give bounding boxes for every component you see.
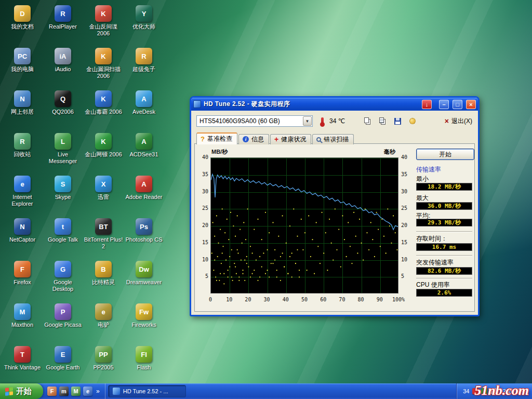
desktop-icon-adobe-reader[interactable]: AAdobe Reader bbox=[124, 174, 164, 216]
desktop-icon-my-computer[interactable]: PC我的电脑 bbox=[2, 46, 43, 88]
max-label: 最大 bbox=[416, 194, 429, 203]
avedesk-icon: A bbox=[136, 90, 152, 107]
desktop-icon-bitspirit[interactable]: B比特精灵 bbox=[83, 259, 124, 301]
desktop-icon-google-talk[interactable]: tGoogle Talk bbox=[43, 216, 83, 259]
desktop-icon-google-desktop[interactable]: GGoogle Desktop bbox=[43, 259, 83, 301]
max-value: 36.0 MB/秒 bbox=[416, 202, 472, 210]
y-axis-tick-right: 5 bbox=[401, 273, 404, 279]
desktop-icon-label: 金山网镖 2006 bbox=[85, 151, 122, 158]
bitspirit-icon: B bbox=[95, 261, 112, 277]
desktop-icon-emule[interactable]: e电驴 bbox=[83, 301, 124, 344]
download-arrow-button[interactable]: ↓ bbox=[422, 100, 432, 109]
desktop-icon-fireworks[interactable]: FwFireworks bbox=[124, 301, 164, 344]
desktop-icon-label: Firefox bbox=[14, 279, 31, 286]
desktop-icon-think-vantage[interactable]: TThink Vantage bbox=[2, 344, 43, 387]
desktop-icon-label: 回收站 bbox=[14, 151, 31, 158]
chevron-down-icon[interactable]: ▼ bbox=[303, 116, 312, 126]
desktop-icon-realplayer[interactable]: RRealPlayer bbox=[43, 3, 83, 46]
x-axis-tick: 100% bbox=[390, 297, 407, 302]
desktop-icon-label: PP2005 bbox=[93, 364, 113, 371]
y-axis-tick-right: 15 bbox=[401, 240, 407, 245]
desktop-icon-dreamweaver[interactable]: DwDreamweaver bbox=[124, 259, 164, 301]
window-client-area: HTS541060G9SA00 (60 GB) ▼ 34 ℃ × 退出(X) ?… bbox=[191, 111, 478, 315]
desktop-icon-qq2006[interactable]: QQQ2006 bbox=[43, 88, 83, 131]
desktop-icon-label: 优化大师 bbox=[132, 23, 155, 30]
separator bbox=[416, 231, 472, 232]
tab-health[interactable]: +健康状况 bbox=[270, 134, 311, 144]
network-places-icon: N bbox=[14, 90, 31, 107]
desktop-icon-google-picasa[interactable]: PGoogle Picasa bbox=[43, 301, 83, 344]
drive-select[interactable]: HTS541060G9SA00 (60 GB) ▼ bbox=[196, 115, 313, 127]
desktop-icon-maxthon[interactable]: MMaxthon bbox=[2, 301, 43, 344]
desktop-icon-bittorrent-plus-2[interactable]: BTBitTorrent Plus! 2 bbox=[83, 216, 124, 259]
desktop-icon-xunlei[interactable]: X迅雷 bbox=[83, 174, 124, 216]
quick-launch-expand-icon[interactable]: » bbox=[95, 388, 101, 395]
desktop-icon-label: Internet Explorer bbox=[3, 194, 42, 207]
tab-error-scan[interactable]: 错误扫描 bbox=[312, 134, 354, 144]
desktop-icon-photoshop-cs[interactable]: PsPhotoshop CS bbox=[124, 216, 164, 259]
firefox-quicklaunch-icon[interactable]: F bbox=[47, 387, 57, 396]
firefox-icon: F bbox=[14, 261, 31, 277]
start-button[interactable]: 开始 bbox=[416, 149, 474, 160]
options-button[interactable] bbox=[406, 115, 419, 127]
desktop-icon-label: Photoshop CS bbox=[126, 236, 163, 243]
copy-screenshot-button[interactable] bbox=[361, 115, 374, 127]
y-axis-tick-left: 30 bbox=[197, 189, 208, 194]
acdsee31-icon: A bbox=[136, 133, 152, 150]
desktop-icon-kingsoft-vulnscan-2006[interactable]: K金山漏洞扫描 2006 bbox=[83, 46, 124, 88]
save-screenshot-button[interactable] bbox=[391, 115, 404, 127]
ie-quicklaunch-icon[interactable]: e bbox=[83, 387, 92, 396]
desktop-icon-acdsee31[interactable]: AACDSee31 bbox=[124, 131, 164, 174]
my-computer-icon: PC bbox=[14, 48, 31, 64]
desktop-icon-flash[interactable]: FlFlash bbox=[124, 344, 164, 387]
y-axis-tick-left: 25 bbox=[197, 205, 208, 211]
y-axis-tick-left: 15 bbox=[197, 240, 208, 245]
desktop-icon-label: NetCaptor bbox=[9, 236, 35, 243]
recycle-bin-icon: R bbox=[14, 133, 31, 150]
taskbar-task-hdtune[interactable]: HD Tune 2.52 - ... bbox=[108, 385, 186, 397]
desktop-icon-kingsoft-antispy-2006[interactable]: K金山反间谍 2006 bbox=[83, 3, 124, 46]
desktop-icon-firefox[interactable]: FFirefox bbox=[2, 259, 43, 301]
desktop-icon-label: 网上邻居 bbox=[11, 109, 34, 115]
tab-benchmark[interactable]: ?基准检查 bbox=[196, 132, 237, 144]
desktop-icon-recycle-bin[interactable]: R回收站 bbox=[2, 131, 43, 174]
desktop-icon-kingsoft-duba-2006[interactable]: K金山毒霸 2006 bbox=[83, 88, 124, 131]
start-button-taskbar[interactable]: 开始 bbox=[0, 383, 43, 399]
x-axis-tick: 20 bbox=[240, 297, 256, 302]
desktop-icon-super-rabbit[interactable]: R超级兔子 bbox=[124, 46, 164, 88]
desktop-icon-label: 迅雷 bbox=[98, 194, 109, 201]
maximize-button[interactable]: □ bbox=[453, 100, 462, 109]
minimize-button[interactable]: – bbox=[439, 100, 449, 109]
x-axis-tick: 10 bbox=[221, 297, 237, 302]
x-axis-tick: 40 bbox=[277, 297, 294, 302]
desktop-icon-live-messenger[interactable]: LLive Messenger bbox=[43, 131, 83, 174]
desktop-icon-label: Fireworks bbox=[131, 322, 156, 328]
tab-info[interactable]: i信息 bbox=[238, 134, 269, 144]
desktop-icon-internet-explorer[interactable]: eInternet Explorer bbox=[2, 174, 43, 216]
task-button-label: HD Tune 2.52 - ... bbox=[123, 388, 168, 394]
health-tab-icon: + bbox=[274, 135, 278, 143]
desktop-icon-iaudio[interactable]: iAiAudio bbox=[43, 46, 83, 88]
my-documents-icon: D bbox=[14, 5, 31, 22]
desktop-icon-avedesk[interactable]: AAveDesk bbox=[124, 88, 164, 131]
desktop-icon-label: 金山反间谍 2006 bbox=[84, 23, 123, 37]
messenger-quicklaunch-icon[interactable]: M bbox=[71, 387, 81, 396]
close-button[interactable]: × bbox=[466, 100, 476, 109]
google-desktop-icon: G bbox=[55, 261, 71, 277]
maxthon-quicklaunch-icon[interactable]: m bbox=[59, 387, 69, 396]
desktop-icon-my-documents[interactable]: D我的文档 bbox=[2, 3, 43, 46]
desktop-icon-google-earth[interactable]: EGoogle Earth bbox=[43, 344, 83, 387]
kingsoft-antispy-2006-icon: K bbox=[95, 5, 112, 22]
results-panel: 开始 传输速率 最小 18.2 MB/秒 最大 36.0 MB/秒 平均: 29… bbox=[416, 144, 474, 311]
copy-text-button[interactable] bbox=[376, 115, 389, 127]
desktop-icon-skype[interactable]: SSkype bbox=[43, 174, 83, 216]
exit-button[interactable]: × 退出(X) bbox=[444, 115, 473, 127]
burst-rate-label: 突发传输速率 bbox=[416, 258, 454, 267]
desktop-icon-youhua-dashi[interactable]: Y优化大师 bbox=[124, 3, 164, 46]
titlebar[interactable]: HD Tune 2.52 - 硬盘实用程序 ↓ – □ × bbox=[191, 98, 478, 111]
desktop-icon-pp2005[interactable]: PPPP2005 bbox=[83, 344, 124, 387]
benchmark-chart: MB/秒毫秒4040353530302525202015151010550102… bbox=[196, 144, 416, 311]
desktop-icon-netcaptor[interactable]: NNetCaptor bbox=[2, 216, 43, 259]
desktop-icon-network-places[interactable]: N网上邻居 bbox=[2, 88, 43, 131]
desktop-icon-kingsoft-netguard-2006[interactable]: K金山网镖 2006 bbox=[83, 131, 124, 174]
